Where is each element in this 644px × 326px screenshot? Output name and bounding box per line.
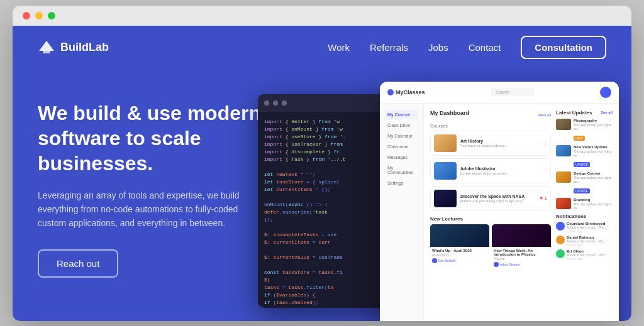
update-sub-design: This app update your rights as... [574,176,613,183]
update-text-photo: Photography This app update your rights … [574,119,613,142]
browser-window: BuildLab Work Referrals Jobs Contact Con… [13,6,631,321]
lecture-img-astronaut [430,224,489,247]
code-dot-3 [282,101,287,106]
update-text-design: Design Course This app update your right… [574,171,613,195]
notif-time-1: 2 days ago [567,229,613,233]
update-badge-design: UPDATE [574,188,590,193]
dash-body: My Course Class Drive My Calendar Classr… [380,104,619,321]
update-item-brand: Branding This app update your rights as.… [556,198,613,210]
hero-left: We build & use modern software to scale … [38,88,289,289]
lecture-img-space [492,224,551,247]
sidebar-item-settings[interactable]: Settings [385,178,418,188]
course-title-nasa: Discover the Space with NASA [460,194,536,198]
update-img-brand [556,198,571,209]
maximize-button[interactable] [48,12,55,19]
notif-time-2: 3 days ago [567,243,613,247]
course-thumbnail-adobe [434,162,457,180]
dash-logo-text: MyClasses [396,89,425,95]
notif-text-3: Bri Olson Added to file 'my-doc - Pho...… [567,249,613,261]
lecture-card-astronaut: What's Up - April 2020 Glastonbury Eric … [430,224,489,269]
my-dashboard-title: My Dashboard [430,110,469,116]
lecture-info-space: How Things Work: An Introduction to Phys… [492,247,551,269]
nav-link-work[interactable]: Work [328,42,350,53]
consultation-button[interactable]: Consultation [521,36,606,59]
heart-icon-nasa[interactable]: ♥ 1 [540,195,547,201]
browser-chrome [13,6,631,26]
heart-icon-adobe[interactable]: ♡ [543,168,547,173]
update-sub-news: This app update your rights as... [574,149,613,157]
sidebar-item-communities[interactable]: My Communities [385,163,418,177]
lectures-grid: What's Up - April 2020 Glastonbury Eric … [430,224,551,269]
notifications-title: Notifications [556,214,613,219]
author-avatar-2 [494,262,499,267]
update-text-news: New Venus Update This app update your ri… [574,145,613,168]
dash-search-bar[interactable]: Search [491,88,535,96]
hero-section: We build & use modern software to scale … [13,69,631,314]
dash-logo-dot [387,89,394,95]
courses-label: Courses [430,124,551,128]
reach-out-button[interactable]: Reach out [38,249,118,278]
course-text-adobe: Adobe Illustrator Lorem ipsum dolor sit … [460,166,539,175]
notif-item-1: Courtland Brentwood Added to file 'my-do… [556,222,613,233]
logo-area: BuildLab [38,40,109,55]
heart-icon-art[interactable]: ♡ 1 [538,140,547,146]
logo-text: BuildLab [60,41,109,54]
notif-avatar-3 [556,249,565,258]
minimize-button[interactable] [35,12,43,19]
view-all-link[interactable]: View All [538,113,551,117]
dash-center: My Dashboard View All Courses Art Histor… [430,110,551,321]
notif-msg-3: Added to file 'my-doc - Pho...' [567,253,613,257]
see-all-link[interactable]: See all [601,111,613,114]
update-sub-brand: This app update your rights as... [574,202,613,210]
dash-main: My Dashboard View All Courses Art Histor… [424,104,619,321]
course-title-art: Art History [460,139,535,143]
notif-msg-2: Added to file 'my-doc - Pho...' [567,239,613,243]
code-dot-2 [273,101,278,106]
notif-text-1: Courtland Brentwood Added to file 'my-do… [567,222,613,233]
new-lectures-title: New Lectures [430,216,551,222]
update-title-design: Design Course [574,171,613,175]
hero-description: Leveraging an array of tools and experti… [38,188,252,231]
dashboard-mockup: MyClasses Search My Course Class Drive M… [380,82,619,321]
notif-item-3: Bri Olson Added to file 'my-doc - Pho...… [556,249,613,261]
update-img-news [556,145,571,156]
lecture-author-1: Eric Mitchell [432,258,487,263]
latest-updates-header: Latest Updates See all [556,110,613,116]
notif-avatar-1 [556,222,565,231]
sidebar-item-mycourse[interactable]: My Course [385,110,418,119]
dash-right-panel: Latest Updates See all Photography This … [556,110,613,321]
dash-logo: MyClasses [387,89,425,95]
sidebar-item-classdrive[interactable]: Class Drive [385,121,418,130]
course-sub-adobe: Lorem ipsum dolor sit amet... [460,171,539,175]
update-badge-photo: NEW [574,136,585,141]
dash-sidebar: My Course Class Drive My Calendar Classr… [380,104,424,321]
close-button[interactable] [23,12,30,19]
course-text-nasa: Discover the Space with NASA Where are y… [460,194,536,203]
nav-link-referrals[interactable]: Referrals [370,42,408,53]
sidebar-item-calendar[interactable]: My Calendar [385,131,418,141]
course-thumbnail-art [434,134,457,152]
course-thumbnail-nasa [434,190,457,207]
hero-title: We build & use modern software to scale … [38,101,289,176]
latest-updates-label: Latest Updates [556,110,592,116]
lecture-title-1: What's Up - April 2020 [432,249,487,253]
nav-link-jobs[interactable]: Jobs [428,42,448,53]
update-img-design [556,171,571,183]
notif-msg-1: Added to file 'my-doc - Pho...' [567,225,613,229]
author-avatar-1 [432,258,437,263]
nav-link-contact[interactable]: Contact [469,42,501,53]
sidebar-item-messages[interactable]: Messages [385,153,418,162]
lecture-card-space: How Things Work: An Introduction to Phys… [492,224,551,269]
update-title-brand: Branding [574,198,613,202]
notif-text-2: Daniel Rahman Added to file 'my-doc - Ph… [567,236,613,247]
course-card-adobe: Adobe Illustrator Lorem ipsum dolor sit … [430,158,551,183]
nav-links: Work Referrals Jobs Contact Consultation [328,36,606,59]
sidebar-item-classroom[interactable]: Classroom [385,142,418,151]
lecture-sub-1: Glastonbury [432,253,487,257]
update-title-photo: Photography [574,119,613,122]
update-item-news: New Venus Update This app update your ri… [556,145,613,168]
svg-marker-0 [39,41,54,51]
update-title-news: New Venus Update [574,145,613,149]
update-sub-photo: This app update your rights as... [574,123,613,131]
course-sub-art: You have to clean a library... [460,144,535,148]
